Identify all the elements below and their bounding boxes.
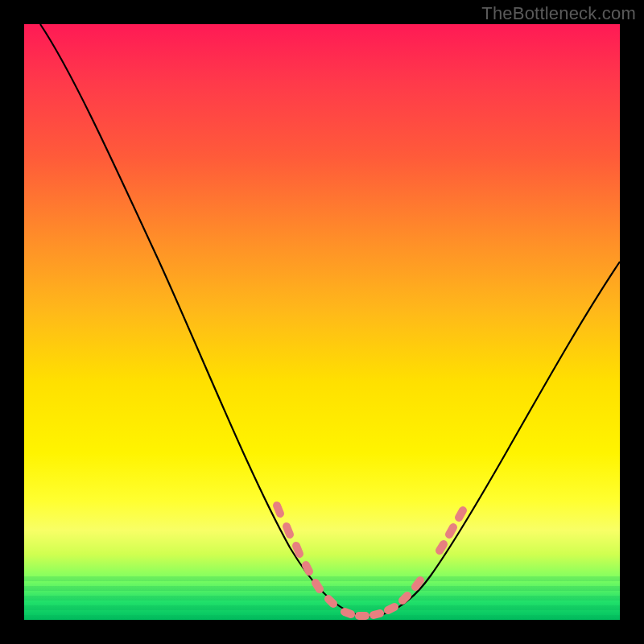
- chart-svg: [24, 24, 620, 620]
- marker-dot: [296, 546, 299, 554]
- marker-dot: [306, 565, 309, 572]
- marker-dot: [316, 583, 320, 589]
- marker-dot: [277, 506, 280, 514]
- watermark-text: TheBottleneck.com: [481, 3, 636, 24]
- plot-area: [24, 24, 620, 620]
- marker-dot: [345, 612, 351, 614]
- marker-dot: [388, 607, 394, 610]
- chart-frame: TheBottleneck.com: [0, 0, 644, 644]
- marker-dot: [415, 580, 420, 587]
- marker-dot: [328, 599, 333, 604]
- marker-group: [277, 506, 463, 616]
- marker-dot: [402, 596, 407, 601]
- bottleneck-curve-path: [40, 24, 620, 617]
- marker-dot: [459, 510, 463, 518]
- marker-dot: [440, 544, 444, 551]
- marker-dot: [374, 613, 380, 615]
- marker-dot: [449, 527, 453, 535]
- marker-dot: [287, 526, 290, 535]
